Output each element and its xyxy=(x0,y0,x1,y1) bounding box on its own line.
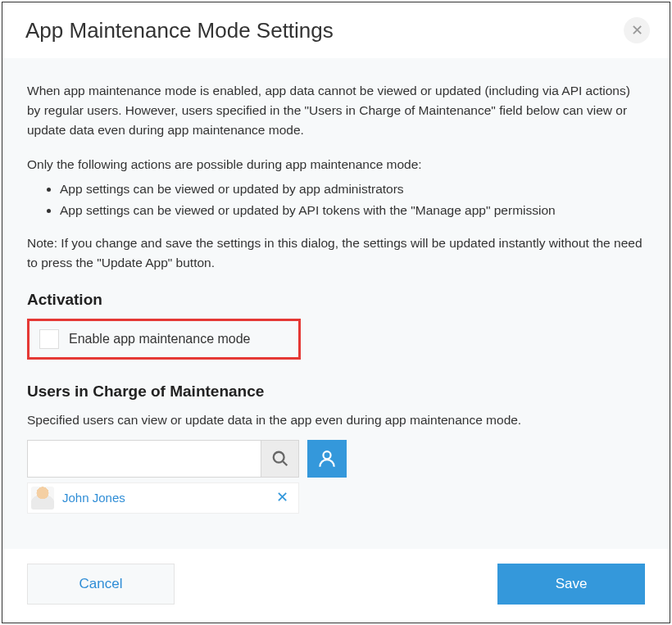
enable-maintenance-label: Enable app maintenance mode xyxy=(69,329,251,350)
enable-maintenance-row: Enable app maintenance mode xyxy=(39,329,288,350)
svg-point-0 xyxy=(273,452,284,463)
search-icon xyxy=(271,450,289,468)
allowed-actions-intro: Only the following actions are possible … xyxy=(27,155,645,174)
user-search-input[interactable] xyxy=(28,441,261,477)
people-picker-button[interactable] xyxy=(307,440,347,478)
close-button[interactable]: ✕ xyxy=(624,17,650,43)
allowed-actions-list: App settings can be viewed or updated by… xyxy=(60,179,645,220)
list-item: App settings can be viewed or updated by… xyxy=(60,201,645,220)
dialog-footer: Cancel Save xyxy=(2,549,670,623)
dialog-header: App Maintenance Mode Settings ✕ xyxy=(2,2,670,58)
note-text: Note: If you change and save the setting… xyxy=(27,233,645,273)
svg-point-2 xyxy=(323,451,330,459)
person-icon xyxy=(316,448,338,469)
maintenance-settings-dialog: App Maintenance Mode Settings ✕ When app… xyxy=(2,2,670,623)
user-search-row xyxy=(27,440,645,478)
activation-highlight: Enable app maintenance mode xyxy=(27,319,301,360)
users-heading: Users in Charge of Maintenance xyxy=(27,379,645,403)
list-item: App settings can be viewed or updated by… xyxy=(60,179,645,199)
enable-maintenance-checkbox[interactable] xyxy=(39,329,59,349)
activation-heading: Activation xyxy=(27,288,645,311)
save-button[interactable]: Save xyxy=(497,564,645,605)
selected-user-name: John Jones xyxy=(62,488,265,507)
users-description: Specified users can view or update data … xyxy=(27,410,645,430)
user-search-wrap xyxy=(27,440,299,478)
svg-line-1 xyxy=(283,461,287,465)
user-search-button[interactable] xyxy=(261,441,298,477)
remove-user-button[interactable]: ✕ xyxy=(273,487,292,510)
intro-text: When app maintenance mode is enabled, ap… xyxy=(27,81,645,140)
close-icon: ✕ xyxy=(631,21,643,39)
cancel-button[interactable]: Cancel xyxy=(27,564,175,605)
selected-user-chip: John Jones ✕ xyxy=(27,482,299,514)
close-icon: ✕ xyxy=(276,489,288,505)
avatar xyxy=(31,487,54,510)
dialog-title: App Maintenance Mode Settings xyxy=(25,18,334,43)
cancel-button-label: Cancel xyxy=(79,576,123,592)
save-button-label: Save xyxy=(556,576,588,592)
dialog-body: When app maintenance mode is enabled, ap… xyxy=(2,58,670,549)
